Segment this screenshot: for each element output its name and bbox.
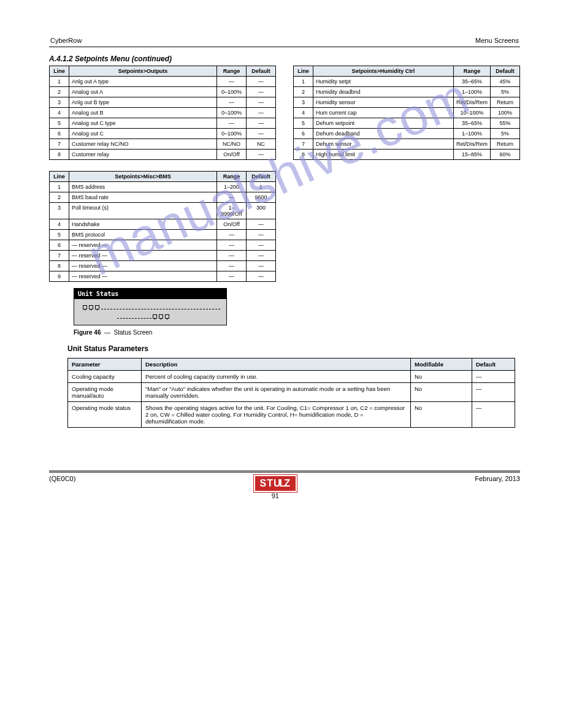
table-row: 4HandshakeOn/Off— [50,219,276,230]
th-default: Default [491,66,520,77]
footer-page: 91 [272,492,279,499]
table-row: 8High humid limit15–85%60% [294,150,520,160]
footer-left: (QE0C0) [49,475,75,482]
params-title: Unit Status Parameters [67,344,520,353]
table-row: 6Analog out C0–100%— [50,129,276,139]
table-row: 1BMS address1–2001 [50,182,276,192]
header-right: Menu Screens [475,37,519,44]
table-row: 2BMS baud rate—9600 [50,192,276,203]
header-rule [49,47,520,47]
humidity-table: Line Setpoints>Humidity Ctrl Range Defau… [293,66,520,160]
table-row: 3Anlg out B type—— [50,97,276,108]
figure-label: Figure 46 [74,329,101,336]
table-row: Cooling capacityPercent of cooling capac… [68,371,515,383]
table-row: 1Humidity setpt35–65%45% [294,77,520,87]
th-name: Setpoints>Outputs [69,66,217,77]
th-range: Range [453,66,490,77]
th-range: Range [217,172,247,182]
th-line: Line [50,66,69,77]
table-row: 9— reserved ——— [50,271,276,282]
th-def: Default [472,358,515,371]
table-row: 5BMS protocol—— [50,230,276,240]
stulz-logo: STULZ [254,475,297,492]
table-row: 7Dehum sensorRet/Dis/RemReturn [294,139,520,150]
section-heading: A.4.1.2 Setpoints Menu (continued) [49,55,520,63]
status-icon [153,314,157,319]
table-row: 6— reserved ——— [50,240,276,251]
footer-date: February, 2013 [475,475,520,482]
table-row: 4Analog out B0–100%— [50,108,276,118]
bms-table: Line Setpoints>Misc>BMS Range Default 1B… [49,171,276,282]
th-desc: Description [142,358,411,371]
table-row: 5Analog out C type—— [50,118,276,129]
table-row: Operating mode manual/auto"Man" or "Auto… [68,383,515,402]
table-row: 5Dehum setpoint35–65%55% [294,118,520,129]
th-name: Setpoints>Humidity Ctrl [313,66,454,77]
status-icon [89,305,93,309]
table-row: Operating mode statusShows the operating… [68,402,515,428]
th-default: Default [247,66,276,77]
status-icon [83,305,87,309]
footer-rule [49,471,520,472]
table-row: 2Analog out A0–100%— [50,87,276,97]
header-left: CyberRow [50,37,82,44]
table-row: 8Customer relayOn/Off— [50,150,276,160]
table-row: 3Poll timeout (s)1–9999/Off300 [50,203,276,219]
table-row: 7— reserved ——— [50,251,276,261]
table-row: 3Humidity sensorRet/Dis/RemReturn [294,97,520,108]
status-icon [165,314,169,319]
table-row: 2Humidity deadbnd1–100%5% [294,87,520,97]
table-row: 4Hum current cap10–100%100% [294,108,520,118]
th-range: Range [217,66,247,77]
table-row: 1Anlg out A type—— [50,77,276,87]
table-row: 7Customer relay NC/NONC/NONC [50,139,276,150]
table-row: 8— reserved ——— [50,261,276,271]
status-screen: Unit Status [74,288,227,325]
th-default: Default [247,172,276,182]
th-line: Line [50,172,69,182]
th-name: Setpoints>Misc>BMS [69,172,217,182]
status-icon [95,305,99,309]
th-mod: Modifiable [411,358,472,371]
table-row: 6Dehum deadband1–100%5% [294,129,520,139]
figure-text: Status Screen [114,329,153,336]
th-line: Line [294,66,313,77]
outputs-table: Line Setpoints>Outputs Range Default 1An… [49,66,276,160]
params-table: Parameter Description Modifiable Default… [67,358,515,428]
status-icon [159,314,163,319]
status-title: Unit Status [74,289,226,299]
th-param: Parameter [68,358,142,371]
